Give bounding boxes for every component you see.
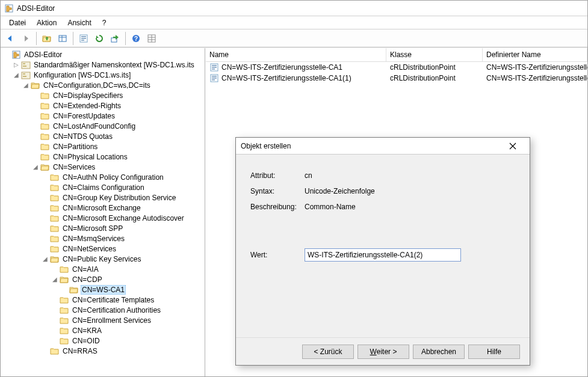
folder-icon (50, 173, 60, 182)
chevron-down-icon[interactable]: ◢ (13, 72, 20, 79)
sheet-button[interactable] (144, 31, 159, 46)
list-cell-dn: CN=WS-ITS-Zertifizierungsstelle-CA1,C (486, 63, 587, 72)
folder-icon (31, 81, 40, 90)
tree-item[interactable]: ◢CN=Configuration,DC=ws,DC=its (22, 80, 205, 90)
app-icon (4, 4, 14, 13)
tree-item-label: Konfiguration [WS-DC1.ws.its] (32, 71, 132, 79)
desc-label: Beschreibung: (250, 203, 305, 211)
tree-item-label: CN=NTDS Quotas (52, 132, 114, 141)
refresh-button[interactable] (92, 31, 107, 46)
list-row[interactable]: CN=WS-ITS-Zertifizierungsstelle-CA1cRLDi… (206, 62, 587, 73)
tree-item[interactable]: CN=LostAndFoundConfig (32, 121, 205, 131)
tree-item-label: CN=Microsoft SPP (61, 224, 124, 233)
tree-item[interactable]: CN=Enrollment Services (51, 315, 205, 325)
tree-item[interactable]: ◢CN=CDP (51, 274, 205, 284)
chevron-down-icon[interactable]: ◢ (42, 256, 49, 263)
close-icon[interactable] (501, 138, 525, 154)
chevron-right-icon[interactable]: ▷ (13, 61, 20, 69)
tree-item[interactable]: ◢CN=Services (32, 162, 205, 172)
dialog-body: Attribut: cn Syntax: Unicode-Zeichenfolg… (236, 155, 530, 337)
value-label: Wert: (250, 251, 305, 259)
folder-icon (60, 275, 69, 284)
help-button[interactable]: ? (129, 31, 143, 46)
tree-item[interactable]: CN=Extended-Rights (32, 100, 205, 111)
tree-item[interactable]: CN=Group Key Distribution Service (42, 192, 205, 203)
tree-item[interactable]: CN=WS-CA1 (61, 284, 205, 295)
help-btn[interactable]: Hilfe (468, 345, 520, 359)
tree-item[interactable]: CN=Microsoft Exchange (42, 203, 205, 213)
folder-icon (40, 162, 50, 172)
tree-item-label: CN=ForestUpdates (52, 112, 116, 120)
tree-item[interactable]: ◢CN=Public Key Services (42, 254, 205, 264)
menu-help[interactable]: ? (97, 17, 111, 28)
tree-item[interactable]: CN=Partitions (32, 141, 205, 152)
tree-item[interactable]: ◢Konfiguration [WS-DC1.ws.its] (13, 70, 205, 80)
list-cell-dn: CN=WS-ITS-Zertifizierungsstelle-CA1(1 (486, 74, 587, 82)
tree-item-label: CN=Extended-Rights (52, 102, 122, 110)
folder-icon (50, 203, 60, 213)
tree-item[interactable]: CN=Microsoft SPP (42, 223, 205, 233)
title-bar: ADSI-Editor (1, 1, 587, 16)
chevron-down-icon[interactable]: ◢ (32, 164, 39, 171)
export-button[interactable] (108, 31, 122, 46)
tree-item-label: CN=OID (71, 337, 101, 345)
back-button[interactable]: < Zurück (302, 345, 354, 359)
properties-button[interactable] (76, 31, 91, 46)
tree-item[interactable]: CN=AIA (51, 264, 205, 274)
col-name[interactable]: Name (206, 48, 386, 61)
tree-item-label: CN=KRA (71, 326, 103, 335)
tree-item-label: CN=Certificate Templates (71, 296, 155, 304)
tree-item[interactable]: CN=Physical Locations (32, 152, 205, 162)
forward-button[interactable] (19, 31, 33, 46)
next-button[interactable]: Weiter > (357, 345, 409, 359)
back-button[interactable] (3, 31, 17, 46)
tree-item-label: ADSI-Editor (23, 51, 63, 59)
menu-view[interactable]: Ansicht (63, 17, 96, 28)
tree-item[interactable]: CN=MsmqServices (42, 233, 205, 244)
tree-item-label: CN=LostAndFoundConfig (52, 122, 137, 130)
view-table-button[interactable] (55, 31, 70, 46)
toolbar-separator (73, 32, 73, 45)
folder-icon (50, 193, 60, 203)
list-item-icon (209, 73, 219, 83)
tree-item[interactable]: CN=KRA (51, 325, 205, 336)
tree-item[interactable]: CN=DisplaySpecifiers (32, 90, 205, 100)
list-header: Name Klasse Definierter Name (206, 48, 587, 62)
tree-pane[interactable]: ADSI-Editor▷Standardmäßiger Namenskontex… (1, 48, 205, 376)
tree-item[interactable]: CN=Certification Authorities (51, 305, 205, 315)
tree-item[interactable]: CN=NetServices (42, 244, 205, 254)
folder-icon (50, 183, 60, 192)
folder-icon (60, 316, 69, 325)
tree-item[interactable]: CN=Claims Configuration (42, 182, 205, 192)
list-cell-name: CN=WS-ITS-Zertifizierungsstelle-CA1(1) (221, 74, 351, 82)
dialog-footer: < Zurück Weiter > Abbrechen Hilfe (236, 337, 530, 365)
tree-item-label: CN=Claims Configuration (61, 183, 146, 192)
menu-action[interactable]: Aktion (32, 17, 61, 28)
col-class[interactable]: Klasse (386, 48, 483, 61)
menu-file[interactable]: Datei (4, 17, 31, 28)
svg-rect-8 (59, 35, 66, 41)
chevron-down-icon[interactable]: ◢ (22, 82, 29, 89)
col-dn[interactable]: Definierter Name (483, 48, 587, 61)
tree-item[interactable]: CN=OID (51, 336, 205, 346)
cancel-button[interactable]: Abbrechen (413, 345, 465, 359)
tree-item[interactable]: CN=RRAS (42, 346, 205, 356)
folder-icon (40, 121, 50, 131)
tree-item[interactable]: CN=Certificate Templates (51, 295, 205, 305)
tree-item[interactable]: ▷Standardmäßiger Namenskontext [WS-DC1.w… (13, 60, 205, 70)
folder-icon (40, 101, 50, 111)
tree-root[interactable]: ADSI-Editor (3, 49, 205, 60)
tree-item-label: CN=CDP (71, 275, 104, 284)
list-row[interactable]: CN=WS-ITS-Zertifizierungsstelle-CA1(1)cR… (206, 73, 587, 84)
value-input[interactable] (305, 248, 461, 262)
list-cell-name: CN=WS-ITS-Zertifizierungsstelle-CA1 (221, 63, 342, 72)
tree-item-label: Standardmäßiger Namenskontext [WS-DC1.ws… (32, 61, 196, 69)
up-folder-button[interactable] (40, 31, 54, 46)
chevron-down-icon[interactable]: ◢ (51, 276, 58, 283)
tree-item[interactable]: CN=NTDS Quotas (32, 131, 205, 141)
tree-item[interactable]: CN=ForestUpdates (32, 111, 205, 121)
tree-item[interactable]: CN=AuthN Policy Configuration (42, 172, 205, 182)
folder-icon (60, 295, 69, 305)
tree-item[interactable]: CN=Microsoft Exchange Autodiscover (42, 213, 205, 223)
dialog-title-bar[interactable]: Objekt erstellen (236, 138, 530, 155)
